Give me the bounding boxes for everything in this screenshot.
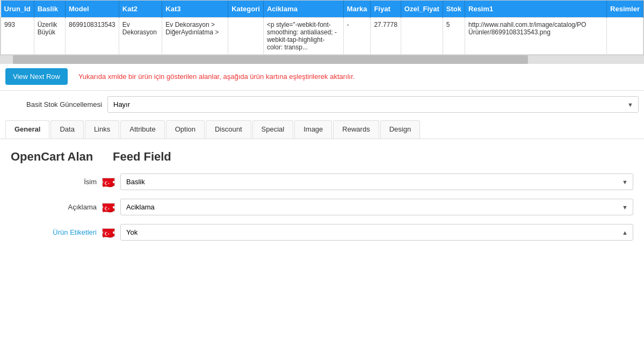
field-label-isim: İsim [11, 178, 97, 186]
col-fiyat: Fiyat [371, 1, 401, 18]
scrollbar-thumb [13, 55, 528, 64]
flag-icon-isim: 🇹🇷 [102, 178, 115, 186]
field-select-aciklama[interactable]: Aciklama [120, 199, 633, 215]
tab-discount[interactable]: Discount [206, 120, 251, 139]
cell-kat2: Ev Dekorasyon [119, 18, 162, 55]
field-select-isim[interactable]: Baslik [120, 173, 633, 190]
col-model: Model [66, 1, 119, 18]
fields-section: OpenCart Alan Feed Field İsim 🇹🇷 Baslik … [0, 139, 644, 250]
field-label-aciklama: Açıklama [11, 203, 97, 211]
separator-1 [0, 90, 644, 91]
cell-aciklama: <p style="-webkit-font-smoothing: antial… [263, 18, 343, 55]
cell-marka: - [343, 18, 371, 55]
col-aciklama: Aciklama [263, 1, 343, 18]
col-ozel-fiyat: Ozel_Fiyat [401, 1, 443, 18]
cell-resim1: http://www.nahil.com.tr/image/catalog/PO… [465, 18, 607, 55]
opencart-alan-header: OpenCart Alan [5, 150, 113, 164]
col-marka: Marka [343, 1, 371, 18]
tab-rewards[interactable]: Rewards [333, 120, 379, 139]
cell-resimler [607, 18, 643, 55]
stok-row: Basit Stok Güncellemesi Hayır Evet [0, 92, 644, 117]
horizontal-scrollbar[interactable] [0, 55, 644, 64]
flag-icon-aciklama: 🇹🇷 [102, 203, 115, 212]
table-row: 993 Üzerlik Büyük 8699108313543 Ev Dekor… [1, 18, 643, 55]
field-select-wrap-isim: Baslik [120, 173, 633, 190]
col-kategori: Kategori [228, 1, 264, 18]
controls-row: View Next Row Yukarıda xmlde bir ürün iç… [0, 64, 644, 89]
col-resim1: Resim1 [465, 1, 607, 18]
field-label-urun-etiketleri: Ürün Etiketleri [11, 228, 97, 236]
field-row-urun-etiketleri: Ürün Etiketleri 🇹🇷 Yok [5, 220, 639, 245]
info-text: Yukarıda xmlde bir ürün için gösterilen … [78, 73, 354, 81]
stok-label: Basit Stok Güncellemesi [16, 100, 102, 108]
col-baslik: Baslik [34, 1, 65, 18]
stok-select[interactable]: Hayır Evet [107, 96, 639, 113]
col-stok: Stok [443, 1, 465, 18]
tab-design[interactable]: Design [380, 120, 420, 139]
product-table-container: Urun_Id Baslik Model Kat2 Kat3 Kategori … [0, 0, 644, 55]
product-table: Urun_Id Baslik Model Kat2 Kat3 Kategori … [1, 1, 643, 55]
tab-links[interactable]: Links [85, 120, 119, 139]
field-select-wrap-urun-etiketleri: Yok [120, 224, 633, 241]
cell-urun-id: 993 [1, 18, 34, 55]
fields-header: OpenCart Alan Feed Field [5, 150, 639, 164]
cell-model: 8699108313543 [66, 18, 119, 55]
cell-ozel-fiyat [401, 18, 443, 55]
col-resimler: Resimler [607, 1, 643, 18]
cell-fiyat: 27.7778 [371, 18, 401, 55]
col-kat2: Kat2 [119, 1, 162, 18]
tab-data[interactable]: Data [50, 120, 83, 139]
flag-icon-urun-etiketleri: 🇹🇷 [102, 228, 115, 237]
tab-image[interactable]: Image [294, 120, 332, 139]
field-select-urun-etiketleri[interactable]: Yok [120, 224, 633, 241]
stok-select-wrap: Hayır Evet [107, 96, 639, 113]
cell-kategori [228, 18, 264, 55]
col-urun-id: Urun_Id [1, 1, 34, 18]
field-row-aciklama: Açıklama 🇹🇷 Aciklama [5, 194, 639, 220]
col-kat3: Kat3 [162, 1, 228, 18]
cell-stok: 5 [443, 18, 465, 55]
tab-attribute[interactable]: Attribute [120, 120, 164, 139]
view-next-row-button[interactable]: View Next Row [5, 68, 68, 85]
cell-baslik: Üzerlik Büyük [34, 18, 65, 55]
field-select-wrap-aciklama: Aciklama [120, 199, 633, 215]
field-row-isim: İsim 🇹🇷 Baslik [5, 169, 639, 194]
tab-option[interactable]: Option [166, 120, 205, 139]
tab-special[interactable]: Special [252, 120, 294, 139]
feed-field-header: Feed Field [113, 150, 171, 164]
tabs-row: General Data Links Attribute Option Disc… [0, 117, 644, 139]
tab-general[interactable]: General [5, 120, 49, 139]
cell-kat3: Ev Dekorasyon > DiğerAydınlatma > [162, 18, 228, 55]
